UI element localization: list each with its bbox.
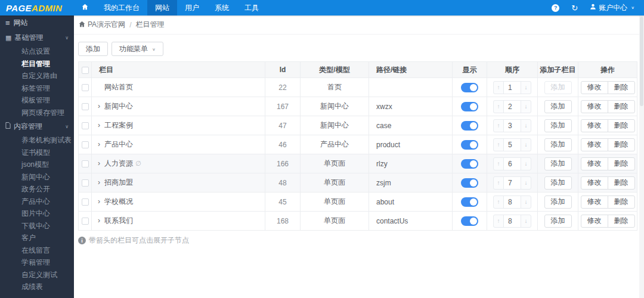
delete-button[interactable]: 删除 xyxy=(608,215,635,228)
modify-button[interactable]: 修改 xyxy=(581,195,608,209)
sidebar-item[interactable]: 政务公开 xyxy=(0,183,74,195)
topnav-item[interactable]: 工具 xyxy=(237,0,267,15)
add-child-button[interactable]: 添加 xyxy=(544,215,572,228)
order-value-input[interactable]: 6 xyxy=(503,158,521,170)
expand-arrow-icon[interactable]: › xyxy=(98,216,104,225)
order-down-button[interactable]: ↓ xyxy=(521,82,531,94)
order-up-button[interactable]: ↑ xyxy=(494,177,503,189)
add-child-button[interactable]: 添加 xyxy=(544,81,572,94)
row-checkbox[interactable] xyxy=(82,103,89,110)
expand-arrow-icon[interactable]: › xyxy=(98,178,104,187)
column-name[interactable]: 人力资源 xyxy=(104,159,133,167)
add-child-button[interactable]: 添加 xyxy=(544,195,572,209)
topnav-item[interactable]: 用户 xyxy=(177,0,207,15)
topnav-item[interactable]: 我的工作台 xyxy=(96,0,147,15)
delete-button[interactable]: 删除 xyxy=(608,119,635,132)
order-value-input[interactable]: 8 xyxy=(503,215,521,227)
modify-button[interactable]: 修改 xyxy=(581,138,608,151)
order-down-button[interactable]: ↓ xyxy=(521,177,531,189)
expand-arrow-icon[interactable]: › xyxy=(98,197,104,206)
order-value-input[interactable]: 7 xyxy=(503,177,521,189)
order-down-button[interactable]: ↓ xyxy=(521,196,531,208)
expand-arrow-icon[interactable]: › xyxy=(98,102,104,110)
sidebar-item[interactable]: 客户 xyxy=(0,232,74,244)
sidebar-item[interactable]: 网页缓存管理 xyxy=(0,107,74,119)
visible-toggle[interactable] xyxy=(461,216,478,226)
hamburger-icon[interactable]: ≡ xyxy=(5,18,10,27)
account-menu[interactable]: 账户中心 ∨ xyxy=(590,3,634,13)
delete-button[interactable]: 删除 xyxy=(608,195,635,209)
modify-button[interactable]: 修改 xyxy=(581,176,608,190)
sidebar-item[interactable]: 站点设置 xyxy=(0,45,74,58)
breadcrumb-site[interactable]: PA演示官网 xyxy=(88,20,125,30)
order-up-button[interactable]: ↑ xyxy=(494,139,503,151)
sidebar-item[interactable]: 下载中心 xyxy=(0,220,74,232)
sidebar-item[interactable]: 新闻中心 xyxy=(0,171,74,184)
expand-arrow-icon[interactable]: › xyxy=(98,159,104,167)
column-name[interactable]: 网站首页 xyxy=(104,83,133,91)
column-name[interactable]: 产品中心 xyxy=(104,140,133,148)
column-name[interactable]: 联系我们 xyxy=(104,216,133,225)
expand-arrow-icon[interactable]: › xyxy=(98,140,104,148)
function-menu-button[interactable]: 功能菜单 ∨ xyxy=(112,42,163,56)
sidebar-item[interactable]: 证书模型 xyxy=(0,147,74,159)
scrollbar-thumb[interactable] xyxy=(640,17,643,106)
expand-arrow-icon[interactable]: › xyxy=(98,121,104,129)
order-down-button[interactable]: ↓ xyxy=(521,120,531,132)
delete-button[interactable]: 删除 xyxy=(608,81,635,94)
row-checkbox[interactable] xyxy=(82,198,89,206)
add-child-button[interactable]: 添加 xyxy=(544,176,572,190)
order-up-button[interactable]: ↑ xyxy=(494,120,503,132)
order-down-button[interactable]: ↓ xyxy=(521,215,531,227)
row-checkbox[interactable] xyxy=(82,179,89,187)
topnav-item[interactable]: 系统 xyxy=(207,0,237,15)
sidebar-item[interactable]: json模型 xyxy=(0,159,74,171)
help-icon[interactable]: ? xyxy=(552,4,559,12)
order-value-input[interactable]: 2 xyxy=(503,101,521,113)
sidebar-section-basic[interactable]: ▦ 基础管理 ∨ xyxy=(0,30,74,45)
order-up-button[interactable]: ↑ xyxy=(494,82,503,94)
modify-button[interactable]: 修改 xyxy=(581,100,608,113)
sidebar-item[interactable]: 标签管理 xyxy=(0,82,74,95)
visible-toggle[interactable] xyxy=(461,102,478,111)
visible-toggle[interactable] xyxy=(461,159,478,169)
home-nav-button[interactable] xyxy=(74,0,96,15)
row-checkbox[interactable] xyxy=(82,141,89,148)
sidebar-item[interactable]: 学籍管理 xyxy=(0,256,74,269)
order-value-input[interactable]: 1 xyxy=(503,82,521,94)
delete-button[interactable]: 删除 xyxy=(608,100,635,113)
row-checkbox[interactable] xyxy=(82,160,89,167)
app-logo[interactable]: PAGEADMIN xyxy=(0,0,74,15)
refresh-icon[interactable]: ↻ xyxy=(571,4,578,12)
sidebar-item[interactable]: 栏目管理 xyxy=(0,58,74,70)
sidebar-item[interactable]: 在线留言 xyxy=(0,244,74,257)
column-name[interactable]: 招商加盟 xyxy=(104,178,133,187)
column-name[interactable]: 工程案例 xyxy=(104,121,133,129)
order-value-input[interactable]: 3 xyxy=(503,120,521,132)
visible-toggle[interactable] xyxy=(461,83,478,92)
modify-button[interactable]: 修改 xyxy=(581,157,608,170)
modify-button[interactable]: 修改 xyxy=(581,81,608,94)
sidebar-item[interactable]: 模板管理 xyxy=(0,94,74,107)
sidebar-item[interactable]: 产品中心 xyxy=(0,195,74,208)
order-down-button[interactable]: ↓ xyxy=(521,158,531,170)
add-child-button[interactable]: 添加 xyxy=(544,157,572,170)
visible-toggle[interactable] xyxy=(461,140,478,150)
sidebar-item[interactable]: 养老机构测试表 xyxy=(0,134,74,147)
sidebar-item[interactable]: 成绩表 xyxy=(0,281,74,293)
add-button[interactable]: 添加 xyxy=(78,42,108,56)
delete-button[interactable]: 删除 xyxy=(608,138,635,151)
delete-button[interactable]: 删除 xyxy=(608,157,635,170)
add-child-button[interactable]: 添加 xyxy=(544,100,572,113)
sidebar-item[interactable]: 自定义路由 xyxy=(0,70,74,82)
sidebar-item[interactable]: 图片中心 xyxy=(0,207,74,220)
order-up-button[interactable]: ↑ xyxy=(494,158,503,170)
row-checkbox[interactable] xyxy=(82,122,89,129)
order-value-input[interactable]: 5 xyxy=(503,139,521,151)
select-all-checkbox[interactable] xyxy=(82,67,89,74)
visible-toggle[interactable] xyxy=(461,121,478,131)
column-name[interactable]: 学校概况 xyxy=(104,197,133,206)
order-up-button[interactable]: ↑ xyxy=(494,215,503,227)
order-down-button[interactable]: ↓ xyxy=(521,139,531,151)
sidebar-item[interactable]: 自定义测试 xyxy=(0,269,74,281)
